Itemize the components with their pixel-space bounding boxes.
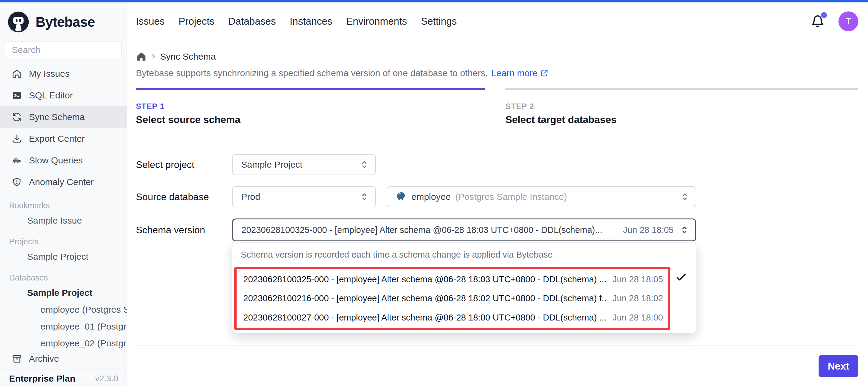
chevron-updown-icon (680, 225, 689, 235)
sidebar-item-archive[interactable]: Archive (0, 348, 127, 370)
bytebase-logo-icon (7, 10, 30, 34)
breadcrumb: › Sync Schema (136, 50, 858, 63)
external-link-icon (540, 69, 549, 77)
step-1-label: STEP 1 (136, 102, 485, 111)
terminal-icon (11, 90, 22, 101)
chevron-updown-icon (360, 160, 369, 169)
quickstart-progress-bar (0, 0, 868, 2)
source-database-row: Source database Prod employee (Postgres … (136, 186, 858, 207)
schema-version-value: 20230628100325-000 - [employee] Alter sc… (241, 225, 617, 235)
schema-version-dropdown: Schema version is recorded each time a s… (232, 242, 696, 333)
sidebar-item-db-employee-01[interactable]: employee_01 (Postgre... (0, 318, 127, 335)
learn-more-label: Learn more (491, 68, 537, 78)
sidebar-section-projects: Projects (0, 235, 127, 248)
nav-item-instances[interactable]: Instances (290, 16, 332, 27)
step-2-title: Select target databases (505, 114, 858, 126)
plan-label[interactable]: Enterprise Plan (9, 374, 75, 384)
sidebar-item-export-center[interactable]: Export Center (0, 128, 127, 149)
learn-more-link[interactable]: Learn more (491, 68, 548, 78)
nav-item-issues[interactable]: Issues (136, 16, 164, 27)
sidebar-item-sample-project[interactable]: Sample Project (0, 248, 127, 265)
sidebar-item-sample-issue[interactable]: Sample Issue (0, 212, 127, 229)
project-select[interactable]: Sample Project (232, 154, 376, 175)
turtle-icon (11, 155, 22, 166)
schema-version-option[interactable]: 20230628100027-000 - [employee] Alter sc… (237, 308, 668, 327)
search-box[interactable]: ⌘ K (5, 41, 122, 58)
schema-version-row: Schema version 20230628100325-000 - [emp… (136, 218, 858, 241)
sidebar-item-db-employee[interactable]: employee (Postgres Sa... (0, 301, 127, 318)
download-icon (11, 133, 22, 144)
sidebar-item-db-project[interactable]: Sample Project (0, 284, 127, 301)
schema-version-option[interactable]: 20230628100325-000 - [employee] Alter sc… (237, 270, 668, 289)
notification-bell-button[interactable] (811, 14, 825, 28)
sidebar-item-label: My Issues (29, 69, 70, 79)
sidebar-item-label: Archive (29, 354, 59, 364)
sync-icon (11, 112, 22, 122)
database-select[interactable]: employee (Postgres Sample Instance) (387, 186, 696, 207)
nav-item-environments[interactable]: Environments (346, 16, 407, 27)
sidebar-section-bookmarks: Bookmarks (0, 199, 127, 212)
home-breadcrumb-icon[interactable] (136, 51, 147, 62)
sidebar-item-sql-editor[interactable]: SQL Editor (0, 84, 127, 106)
nav-item-databases[interactable]: Databases (228, 16, 276, 27)
top-navbar: Issues Projects Databases Instances Envi… (127, 2, 868, 40)
notification-dot (821, 12, 827, 18)
step-2-bar (505, 88, 858, 90)
step-1: STEP 1 Select source schema (136, 88, 485, 126)
bytebase-logo[interactable]: Bytebase (0, 2, 127, 40)
sidebar-item-sync-schema[interactable]: Sync Schema (0, 106, 127, 128)
annotation-highlight-box: 20230628100325-000 - [employee] Alter sc… (234, 267, 670, 330)
sidebar-item-label: Slow Queries (29, 155, 83, 166)
sidebar-item-my-issues[interactable]: My Issues (0, 63, 127, 84)
project-select-value: Sample Project (241, 160, 302, 170)
sidebar-scroll-area[interactable]: My Issues SQL Editor Sync Schema (0, 63, 127, 348)
app-window: Bytebase ⌘ K My Issues (0, 0, 868, 387)
sidebar-item-db-employee-02[interactable]: employee_02 (Postgre... (0, 335, 127, 348)
option-time: Jun 28 18:00 (613, 313, 663, 323)
schema-version-select[interactable]: 20230628100325-000 - [employee] Alter sc… (232, 218, 696, 241)
postgresql-icon (396, 191, 407, 202)
sidebar-item-anomaly-center[interactable]: Anomaly Center (0, 171, 127, 193)
option-text: 20230628100325-000 - [employee] Alter sc… (243, 275, 607, 284)
environment-select[interactable]: Prod (232, 186, 376, 207)
shield-alert-icon (11, 177, 22, 187)
page-description: Bytebase supports synchronizing a specif… (136, 67, 858, 79)
next-button[interactable]: Next (818, 355, 858, 377)
home-icon (11, 68, 22, 79)
selected-check-icon (675, 271, 687, 283)
step-1-title: Select source schema (136, 114, 485, 126)
nav-item-settings[interactable]: Settings (421, 16, 457, 27)
avatar[interactable]: T (838, 11, 858, 31)
option-time: Jun 28 18:02 (613, 293, 663, 303)
option-text: 20230628100027-000 - [employee] Alter sc… (243, 313, 607, 323)
dropdown-hint: Schema version is recorded each time a s… (232, 243, 696, 260)
schema-version-option[interactable]: 20230628100216-000 - [employee] Alter sc… (237, 289, 668, 308)
source-schema-form: Select project Sample Project Source dat… (136, 154, 858, 241)
source-database-label: Source database (136, 191, 232, 203)
description-text: Bytebase supports synchronizing a specif… (136, 68, 488, 78)
sidebar-item-label: Sync Schema (29, 112, 85, 122)
option-time: Jun 28 18:05 (613, 275, 663, 284)
nav-items: Issues Projects Databases Instances Envi… (136, 16, 457, 27)
chevron-updown-icon (360, 192, 369, 202)
step-indicator: STEP 1 Select source schema STEP 2 Selec… (136, 88, 858, 126)
sidebar-item-slow-queries[interactable]: Slow Queries (0, 149, 127, 171)
schema-version-time: Jun 28 18:05 (623, 225, 674, 235)
sidebar-item-label: Anomaly Center (29, 177, 94, 187)
database-select-instance: (Postgres Sample Instance) (456, 192, 567, 202)
archive-icon (11, 353, 22, 364)
bytebase-wordmark: Bytebase (36, 14, 95, 30)
database-select-name: employee (411, 192, 451, 202)
environment-select-value: Prod (241, 192, 260, 202)
sidebar-section-databases: Databases (0, 271, 127, 284)
page-content: › Sync Schema Bytebase supports synchron… (127, 50, 868, 241)
option-text: 20230628100216-000 - [employee] Alter sc… (243, 293, 607, 303)
chevron-updown-icon (680, 192, 689, 202)
version-label: v2.3.0 (95, 374, 118, 383)
search-input[interactable] (12, 45, 128, 55)
schema-version-label: Schema version (136, 224, 232, 236)
sidebar: Bytebase ⌘ K My Issues (0, 2, 127, 387)
footer-divider (136, 345, 858, 346)
step-2: STEP 2 Select target databases (505, 88, 858, 126)
nav-item-projects[interactable]: Projects (179, 16, 214, 27)
